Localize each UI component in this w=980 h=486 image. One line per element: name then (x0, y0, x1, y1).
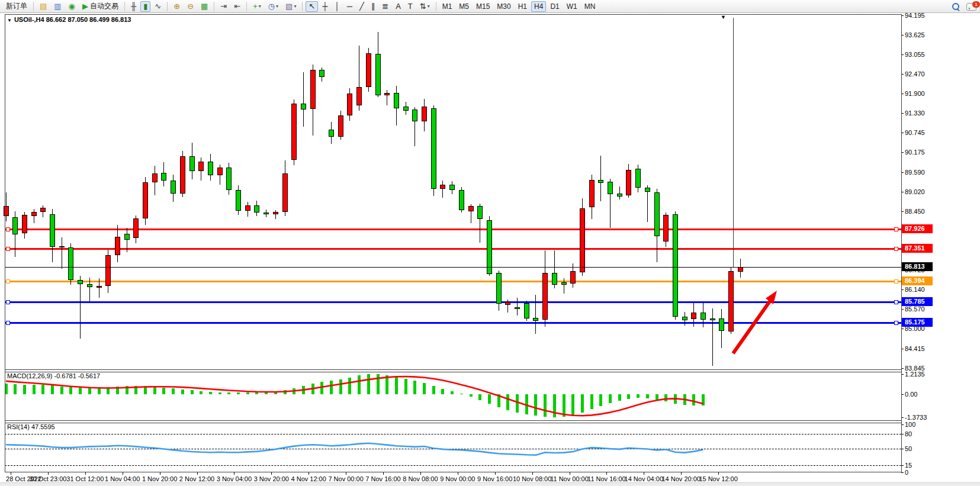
macd-histogram-bar (478, 394, 481, 400)
new-chart-icon: ▤ (40, 2, 47, 10)
timeframe-h1-button[interactable]: H1 (515, 1, 530, 12)
time-tick (495, 472, 496, 475)
chart-plot[interactable]: 94.19593.62593.05592.47091.90091.33090.7… (0, 0, 980, 486)
horizontal-line[interactable] (5, 248, 901, 250)
text-icon: A (396, 2, 401, 10)
market-watch-icon[interactable]: ▥ (51, 1, 64, 12)
candle-wick (62, 237, 62, 269)
time-label: 7 Nov 00:00 (328, 475, 363, 482)
cursor-button[interactable]: ↖ (306, 1, 318, 12)
candlestick-button[interactable]: ▮ (140, 1, 150, 12)
candle-body (496, 273, 502, 304)
navigator-icon[interactable]: ◉ (66, 1, 78, 12)
horizontal-line[interactable] (5, 228, 901, 230)
one-click-trading-arrow[interactable]: ▼ (7, 18, 12, 23)
price-tick-label: 91.900 (905, 90, 925, 97)
notifications-icon[interactable]: 1 (966, 3, 976, 11)
price-tick-label: 89.020 (905, 188, 925, 195)
horizontal-line[interactable] (5, 301, 901, 303)
trend-arrow-line[interactable] (733, 301, 770, 353)
label-button[interactable]: T (405, 1, 416, 12)
candle-body (59, 246, 65, 247)
candle-body (22, 215, 27, 233)
time-tick (681, 472, 682, 475)
new-chart-icon[interactable]: ▤ (37, 1, 50, 12)
macd-histogram-bar (377, 374, 380, 394)
macd-histogram-bar (33, 385, 36, 394)
macd-histogram-bar (674, 394, 677, 404)
tile-windows-button[interactable]: ▦ (198, 1, 211, 12)
auto-trading-button[interactable]: ▶自动交易 (79, 1, 121, 12)
time-tick (309, 472, 309, 475)
candle-body (152, 173, 158, 182)
crosshair-button[interactable]: ┼ (319, 1, 330, 12)
zoom-in-button[interactable]: ⊕ (171, 1, 183, 12)
horizontal-line-button[interactable]: ─ (344, 1, 355, 12)
templates-button[interactable]: ▧▾ (282, 1, 299, 12)
timeframe-m30-button[interactable]: M30 (494, 1, 513, 12)
vertical-line-button[interactable]: │ (332, 1, 343, 12)
pane-border (5, 372, 901, 372)
bar-chart-button[interactable]: ╫ (128, 1, 139, 12)
candle-wick (517, 298, 518, 316)
candle-body (524, 303, 529, 318)
new-order-button[interactable]: 新订单 (3, 1, 30, 12)
status-strip (0, 482, 980, 486)
macd-histogram-bar (683, 394, 686, 405)
arrows-button[interactable]: ⇅▾ (417, 1, 433, 12)
line-endpoint (894, 227, 898, 231)
toolbar-separator (302, 2, 303, 11)
timeframe-mn-button[interactable]: MN (581, 1, 599, 12)
chart-shift-button[interactable]: ⇤ (231, 1, 243, 12)
channel-button[interactable]: ∥ (368, 1, 378, 12)
zoom-out-button[interactable]: ⊖ (184, 1, 197, 12)
candle-body (654, 192, 660, 236)
time-tick (644, 472, 644, 475)
macd-histogram-bar (41, 385, 44, 394)
macd-histogram-bar (98, 388, 101, 394)
chart-shift-marker[interactable]: ▼ (721, 14, 726, 20)
time-label: 2 Nov 12:00 (179, 475, 214, 482)
auto-scroll-button[interactable]: ⇥ (217, 1, 230, 12)
timeframe-d1-button[interactable]: D1 (547, 1, 562, 12)
candle-body (635, 169, 641, 188)
periods-button[interactable]: ◷▾ (265, 1, 281, 12)
macd-histogram-bar (237, 392, 240, 394)
candle-body (375, 54, 381, 95)
pane-border (5, 420, 901, 421)
candle-body (301, 104, 306, 109)
candle-body (719, 318, 724, 331)
auto-trading-icon: ▶ (82, 2, 88, 10)
macd-histogram-bar (571, 394, 574, 415)
candle-body (133, 218, 139, 238)
line-chart-button[interactable]: ∿ (152, 1, 164, 12)
time-tick (606, 472, 607, 475)
macd-tick-label: -1.3733 (905, 414, 927, 421)
vertical-marker-line (733, 18, 734, 267)
timeframe-h4-button[interactable]: H4 (531, 1, 546, 12)
candle-body (171, 181, 176, 194)
candle-body (198, 162, 204, 171)
macd-histogram-bar (144, 386, 147, 394)
time-tick (570, 472, 570, 475)
timeframe-m15-button[interactable]: M15 (473, 1, 493, 12)
candle-body (552, 273, 557, 285)
candle-body (347, 94, 352, 115)
indicators-button[interactable]: +▾ (250, 1, 264, 12)
horizontal-line[interactable] (5, 322, 901, 324)
macd-histogram-bar (618, 394, 621, 401)
search-icon[interactable] (952, 3, 959, 10)
timeframe-m5-button[interactable]: M5 (456, 1, 472, 12)
text-button[interactable]: A (393, 1, 404, 12)
macd-histogram-bar (516, 394, 519, 413)
candle-body (608, 182, 613, 194)
trendline-button[interactable]: ╱ (356, 1, 367, 12)
timeframe-w1-button[interactable]: W1 (564, 1, 580, 12)
fibonacci-button[interactable]: ≣ (379, 1, 391, 12)
horizontal-line[interactable] (5, 281, 901, 282)
bar-chart-icon: ╫ (131, 2, 136, 10)
timeframe-m1-button[interactable]: M1 (439, 1, 455, 12)
macd-histogram-bar (320, 382, 323, 394)
time-tick (420, 472, 421, 475)
zoom-out-icon: ⊖ (187, 2, 194, 10)
